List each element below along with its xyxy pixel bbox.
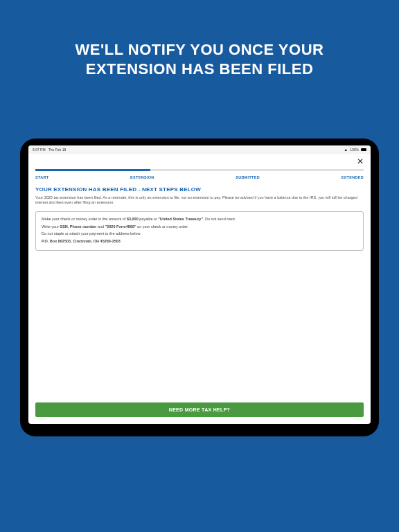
step-submitted: SUBMITTED <box>236 175 260 179</box>
need-help-button[interactable]: NEED MORE TAX HELP? <box>35 402 364 417</box>
main-content: YOUR EXTENSION HAS BEEN FILED - NEXT STE… <box>28 186 371 397</box>
status-time: 5:07 PM <box>33 148 46 152</box>
home-indicator[interactable] <box>172 430 227 432</box>
status-left: 5:07 PM Thu Feb 18 <box>33 148 66 152</box>
progress-bar <box>35 169 364 171</box>
instruction-line-3: Do not staple or attach your payment to … <box>42 231 357 237</box>
battery-percent: 100% <box>350 148 359 152</box>
tablet-screen: 5:07 PM Thu Feb 18 ▲ 100% ✕ START EXTENS… <box>28 145 371 424</box>
step-labels: START EXTENSION SUBMITTED EXTENDED <box>28 171 371 186</box>
section-title: YOUR EXTENSION HAS BEEN FILED - NEXT STE… <box>35 186 364 193</box>
headline-line-2: EXTENSION HAS BEEN FILED <box>28 60 371 79</box>
promo-headline: WE'LL NOTIFY YOU ONCE YOUR EXTENSION HAS… <box>0 0 399 78</box>
step-extension: EXTENSION <box>130 175 154 179</box>
intro-text: Your 2020 tax extension has been filed. … <box>35 195 364 206</box>
instruction-line-4: P.O. Box 802503, Cincinnati, OH 45280-25… <box>42 238 357 245</box>
status-date: Thu Feb 18 <box>48 148 66 152</box>
status-right: ▲ 100% <box>344 148 366 152</box>
cta-container: NEED MORE TAX HELP? <box>28 397 371 424</box>
instructions-box: Make your check or money order in the am… <box>35 211 364 251</box>
instruction-line-2: Write your SSN, Phone number and "2020 F… <box>42 224 357 230</box>
step-start: START <box>35 175 48 179</box>
top-bar: ✕ <box>28 154 371 169</box>
step-extended: EXTENDED <box>342 175 364 179</box>
instruction-line-1: Make your check or money order in the am… <box>42 216 357 222</box>
status-bar: 5:07 PM Thu Feb 18 ▲ 100% <box>28 145 371 154</box>
battery-icon <box>361 148 366 151</box>
wifi-icon: ▲ <box>344 148 348 152</box>
headline-line-1: WE'LL NOTIFY YOU ONCE YOUR <box>28 40 371 60</box>
close-icon[interactable]: ✕ <box>357 157 364 166</box>
progress-fill <box>35 169 150 171</box>
tablet-frame: 5:07 PM Thu Feb 18 ▲ 100% ✕ START EXTENS… <box>20 139 379 436</box>
